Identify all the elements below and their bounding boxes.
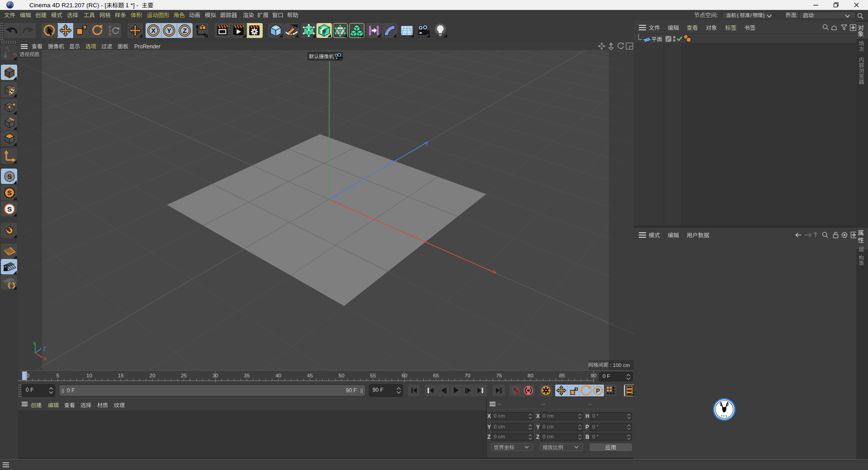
svg-text:R: R xyxy=(109,32,112,37)
svg-text:X: X xyxy=(151,27,156,34)
svg-text:35: 35 xyxy=(244,373,250,378)
svg-text:5: 5 xyxy=(56,373,59,378)
svg-text:90: 90 xyxy=(591,373,597,378)
svg-text:70: 70 xyxy=(465,373,471,378)
svg-text:Y: Y xyxy=(167,27,171,34)
svg-text:60: 60 xyxy=(401,373,407,378)
svg-text:10: 10 xyxy=(86,373,92,378)
svg-text:Z: Z xyxy=(183,27,187,34)
svg-text:50: 50 xyxy=(339,373,344,378)
svg-text:55: 55 xyxy=(370,373,376,378)
svg-text:25: 25 xyxy=(181,373,187,378)
svg-text:75: 75 xyxy=(496,373,502,378)
svg-text:P: P xyxy=(596,387,600,394)
svg-text:85: 85 xyxy=(559,373,565,378)
svg-text:45: 45 xyxy=(307,373,313,378)
svg-text:80: 80 xyxy=(528,373,533,378)
svg-text:40: 40 xyxy=(275,373,281,378)
svg-text:65: 65 xyxy=(433,373,439,378)
svg-text:15: 15 xyxy=(118,373,124,378)
svg-text:30: 30 xyxy=(212,373,218,378)
svg-text:20: 20 xyxy=(150,373,156,378)
